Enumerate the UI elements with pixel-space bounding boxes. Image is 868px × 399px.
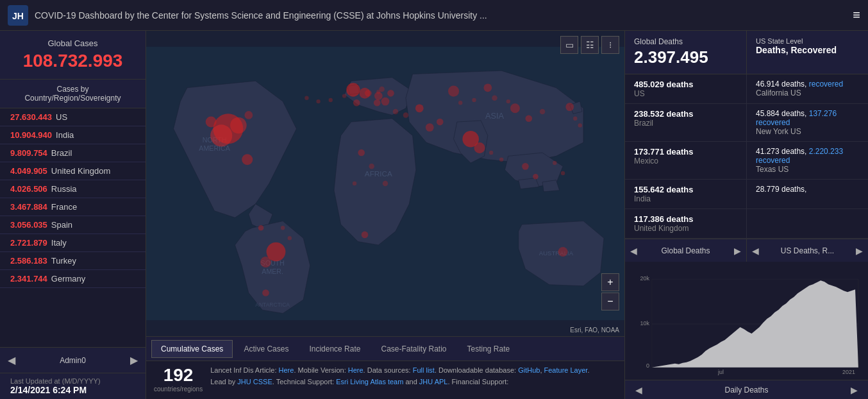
- map-toolbar: ▭ ☷ ⁝: [560, 36, 619, 54]
- lancet-link[interactable]: Here: [279, 366, 294, 374]
- us-deaths-prev[interactable]: ◀: [747, 239, 764, 262]
- map-tab[interactable]: Incidence Rate: [299, 340, 370, 358]
- svg-point-53: [342, 94, 346, 98]
- svg-point-67: [489, 151, 493, 155]
- zoom-out-button[interactable]: −: [601, 293, 619, 310]
- svg-point-24: [474, 142, 485, 153]
- list-item[interactable]: 9.809.754Brazil: [0, 144, 146, 162]
- deaths-panel-header: Global Deaths 2.397.495 US State Level D…: [625, 31, 868, 74]
- global-cases-value: 108.732.993: [10, 51, 135, 71]
- svg-text:JH: JH: [12, 11, 24, 21]
- bookmark-button[interactable]: ▭: [560, 36, 578, 54]
- list-item[interactable]: 3.467.884France: [0, 198, 146, 216]
- svg-text:AUSTRALIA: AUSTRALIA: [539, 250, 574, 257]
- sidebar-nav-label: Admin0: [18, 356, 128, 365]
- full-list-link[interactable]: Full list: [413, 366, 435, 374]
- deaths-row: 238.532 deathsBrazil45.884 deaths, 137.2…: [625, 104, 868, 142]
- footer-links: Lancet Inf Dis Article: Here. Mobile Ver…: [210, 365, 589, 387]
- us-deaths-nav: ◀ US Deaths, R... ▶: [747, 239, 868, 262]
- svg-text:AMER.: AMER.: [262, 267, 283, 275]
- last-updated-date: 2/14/2021 6:24 PM: [10, 385, 135, 395]
- country-list-header: Cases by Country/Region/Sovereignty: [0, 80, 146, 108]
- list-item[interactable]: 2.721.879Italy: [0, 234, 146, 252]
- us-state-title: Deaths, Recovered: [756, 45, 859, 55]
- zoom-controls: + −: [601, 273, 619, 310]
- svg-point-17: [260, 257, 271, 267]
- mobile-link[interactable]: Here: [348, 366, 363, 374]
- list-item[interactable]: 2.341.744Germany: [0, 270, 146, 288]
- zoom-in-button[interactable]: +: [601, 273, 619, 291]
- svg-point-37: [426, 123, 434, 132]
- global-deaths-value: 2.397.495: [634, 47, 737, 67]
- svg-point-44: [374, 99, 381, 106]
- svg-point-52: [329, 98, 333, 102]
- chart-area: 20k 10k 0 jul 2021: [625, 262, 868, 399]
- svg-point-51: [316, 99, 320, 103]
- right-panel: Global Deaths 2.397.495 US State Level D…: [624, 31, 868, 399]
- github-link[interactable]: GitHub: [518, 366, 540, 374]
- map-tab[interactable]: Testing Rate: [458, 340, 520, 358]
- sidebar-nav-next[interactable]: ▶: [128, 352, 140, 369]
- us-deaths-nav-label: US Deaths, R...: [764, 246, 851, 255]
- feature-layer-link[interactable]: Feature Layer: [544, 366, 588, 374]
- svg-point-43: [365, 90, 372, 97]
- svg-point-12: [210, 124, 232, 146]
- svg-point-54: [393, 109, 399, 115]
- svg-text:2021: 2021: [842, 369, 855, 375]
- svg-text:10k: 10k: [640, 320, 649, 327]
- country-count-label: countries/regions: [154, 386, 203, 393]
- svg-point-15: [244, 111, 253, 119]
- svg-point-47: [258, 225, 264, 231]
- daily-deaths-chart: 20k 10k 0 jul 2021: [631, 268, 862, 380]
- list-item[interactable]: 27.630.443US: [0, 108, 146, 126]
- chart-prev[interactable]: ◀: [630, 380, 647, 399]
- us-state-box: US State Level Deaths, Recovered: [747, 31, 868, 74]
- menu-button[interactable]: ≡: [853, 8, 860, 22]
- svg-point-66: [499, 158, 503, 162]
- esri-link[interactable]: Esri Living Atlas team: [336, 378, 403, 386]
- svg-point-63: [573, 117, 577, 121]
- list-item[interactable]: 3.056.035Spain: [0, 216, 146, 234]
- svg-text:ANTARCTICA: ANTARCTICA: [255, 301, 290, 308]
- chart-container: 20k 10k 0 jul 2021: [625, 262, 868, 380]
- svg-point-42: [353, 99, 360, 106]
- global-cases-box: Global Cases 108.732.993: [0, 31, 146, 80]
- svg-point-59: [472, 98, 476, 102]
- svg-point-28: [369, 164, 374, 169]
- chart-next[interactable]: ▶: [846, 380, 863, 399]
- deaths-row: 155.642 deathsIndia28.779 deaths,: [625, 180, 868, 209]
- list-item[interactable]: 4.026.506Russia: [0, 180, 146, 198]
- svg-point-27: [358, 149, 365, 157]
- list-view-button[interactable]: ☷: [581, 36, 599, 54]
- jhu-logo: JH: [8, 5, 28, 26]
- us-deaths-next[interactable]: ▶: [851, 239, 868, 262]
- svg-point-55: [403, 112, 409, 118]
- svg-point-58: [458, 101, 462, 105]
- main-content: Global Cases 108.732.993 Cases by Countr…: [0, 31, 868, 399]
- list-item[interactable]: 4.049.905United Kingdom: [0, 162, 146, 180]
- global-deaths-prev[interactable]: ◀: [625, 239, 642, 262]
- app-header: JH COVID-19 Dashboard by the Center for …: [0, 0, 868, 31]
- map-tab[interactable]: Case-Fatality Ratio: [371, 340, 456, 358]
- svg-point-30: [353, 182, 356, 185]
- app-title: COVID-19 Dashboard by the Center for Sys…: [35, 10, 853, 21]
- map-container[interactable]: NORTH AMERICA SOUTH AMER. ASIA AFRICA AU…: [146, 31, 624, 336]
- sidebar-nav-prev[interactable]: ◀: [5, 352, 18, 369]
- map-footer: 192 countries/regions Lancet Inf Dis Art…: [146, 361, 624, 399]
- list-item[interactable]: 10.904.940India: [0, 126, 146, 144]
- svg-text:AFRICA: AFRICA: [365, 169, 392, 178]
- global-deaths-next[interactable]: ▶: [729, 239, 746, 262]
- chart-nav-label: Daily Deaths: [647, 386, 846, 395]
- svg-point-21: [387, 90, 394, 97]
- map-tab[interactable]: Cumulative Cases: [151, 340, 233, 358]
- panel-nav: ◀ Global Deaths ▶ ◀ US Deaths, R... ▶: [625, 239, 868, 262]
- svg-point-61: [288, 236, 292, 240]
- svg-point-41: [242, 154, 253, 165]
- jhu-apl-link[interactable]: JHU APL: [419, 378, 448, 386]
- map-tab[interactable]: Active Cases: [234, 340, 298, 358]
- svg-point-29: [383, 181, 388, 187]
- jhu-csse-link[interactable]: JHU CSSE: [237, 378, 272, 386]
- svg-point-38: [437, 119, 444, 126]
- list-item[interactable]: 2.586.183Turkey: [0, 252, 146, 270]
- grid-view-button[interactable]: ⁝: [601, 36, 619, 54]
